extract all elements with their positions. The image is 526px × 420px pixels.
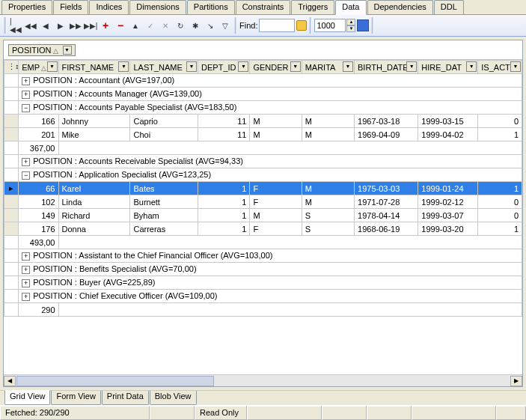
grid-body: +POSITION : Accountant (AVG=197,00) +POS… <box>4 74 522 317</box>
bottom-tab-form-view[interactable]: Form View <box>51 391 100 405</box>
status-empty-3 <box>322 406 367 420</box>
col-last-name-filter[interactable]: ▼ <box>186 61 197 72</box>
col-gender-filter[interactable]: ▼ <box>290 61 301 72</box>
cancel-button[interactable]: ✕ <box>159 19 172 32</box>
hscroll-thumb[interactable] <box>16 376 214 386</box>
tab-properties[interactable]: Properties <box>1 0 52 14</box>
group-row-open[interactable]: −POSITION : Accounts Payable Specialist … <box>4 101 522 115</box>
tab-partitions[interactable]: Partitions <box>187 0 235 14</box>
edit-row-button[interactable]: ▲ <box>129 19 142 32</box>
group-panel[interactable]: POSITION ▼ <box>4 40 522 60</box>
find-highlight-icon[interactable] <box>296 20 307 31</box>
col-emp-filter[interactable]: ▼ <box>47 61 58 72</box>
table-row[interactable]: 201MikeChoi11MM1969-04-091999-04-021 <box>4 128 522 141</box>
col-is-active[interactable]: IS_ACTI▼ <box>478 61 522 74</box>
hscroll-right-button[interactable]: ▶ <box>510 376 522 386</box>
filter-button[interactable]: ▽ <box>218 19 232 32</box>
group-row[interactable]: +POSITION : Buyer (AVG=225,89) <box>4 276 522 290</box>
group-row[interactable]: +POSITION : Assistant to the Chief Finan… <box>4 249 522 263</box>
nav-prev-button[interactable]: ◀ <box>39 19 52 32</box>
col-first-name[interactable]: FIRST_NAME▼ <box>58 61 130 74</box>
expand-icon[interactable]: + <box>22 77 30 85</box>
bookmark-button[interactable]: ✱ <box>189 19 202 32</box>
add-row-button[interactable]: + <box>99 19 112 32</box>
nav-last-button[interactable]: ▶▶| <box>84 19 97 32</box>
tab-ddl[interactable]: DDL <box>434 0 464 14</box>
page-size-down[interactable]: ▼ <box>346 25 355 32</box>
horizontal-scrollbar[interactable]: ◀ ▶ <box>4 374 522 386</box>
group-row[interactable]: +POSITION : Accountant (AVG=197,00) <box>4 74 522 88</box>
expand-icon[interactable]: + <box>22 252 30 261</box>
group-row[interactable]: +POSITION : Accounts Manager (AVG=139,00… <box>4 88 522 101</box>
col-first-name-filter[interactable]: ▼ <box>118 61 129 72</box>
expand-icon[interactable]: + <box>22 91 30 99</box>
expand-icon[interactable]: + <box>22 293 30 301</box>
bottom-tab-print-data[interactable]: Print Data <box>102 391 149 405</box>
col-hire-date-filter[interactable]: ▼ <box>466 61 477 72</box>
group-row[interactable]: +POSITION : Benefits Specialist (AVG=70,… <box>4 263 522 276</box>
apply-page-size-button[interactable] <box>357 19 369 31</box>
col-marital-filter[interactable]: ▼ <box>343 61 353 72</box>
expand-icon[interactable]: + <box>22 266 30 274</box>
row-header-corner[interactable]: ⋮≡ <box>4 61 19 74</box>
col-dept-id[interactable]: DEPT_ID▼ <box>198 61 250 74</box>
tab-dimensions[interactable]: Dimensions <box>129 0 186 14</box>
nav-prev-page-button[interactable]: ◀◀ <box>24 19 37 32</box>
status-empty-2 <box>247 406 322 420</box>
app-window: Properties Fields Indices Dimensions Par… <box>0 0 526 420</box>
col-birth-date[interactable]: BIRTH_DATE▼ <box>355 61 418 74</box>
tab-fields[interactable]: Fields <box>53 0 88 14</box>
col-emp[interactable]: EMP▼ <box>19 61 58 74</box>
bottom-tab-grid-view[interactable]: Grid View <box>4 390 50 405</box>
collapse-icon[interactable]: − <box>22 171 30 180</box>
goto-button[interactable]: ↘ <box>204 19 217 32</box>
status-empty-5 <box>412 406 496 420</box>
table-row[interactable]: 149RichardByham1MS1978-04-141999-03-070 <box>4 209 522 222</box>
expand-icon[interactable]: + <box>22 158 30 166</box>
refresh-button[interactable]: ↻ <box>174 19 187 32</box>
page-size-up[interactable]: ▲ <box>346 19 355 25</box>
col-last-name[interactable]: LAST_NAME▼ <box>130 61 198 74</box>
col-birth-date-filter[interactable]: ▼ <box>406 61 417 72</box>
status-readonly: Read Only <box>195 406 247 420</box>
data-grid: ⋮≡ EMP▼ FIRST_NAME▼ LAST_NAME▼ DEPT_ID▼ … <box>4 60 522 317</box>
col-dept-id-filter[interactable]: ▼ <box>238 61 248 72</box>
group-row[interactable]: +POSITION : Accounts Receivable Speciali… <box>4 155 522 168</box>
status-fetched: Fetched: 290/290 <box>0 406 150 420</box>
group-chip-dropdown[interactable]: ▼ <box>63 46 72 55</box>
col-is-active-filter[interactable]: ▼ <box>510 61 521 72</box>
table-row-selected[interactable]: ▸66KarelBates1FM1975-03-031999-01-241 <box>4 182 522 195</box>
table-row[interactable]: 166JohnnyCaprio11MM1967-03-181999-03-150 <box>4 115 522 128</box>
tab-triggers[interactable]: Triggers <box>291 0 334 14</box>
top-tabstrip: Properties Fields Indices Dimensions Par… <box>0 0 526 15</box>
table-row[interactable]: 102LindaBurnett1FM1971-07-281999-02-120 <box>4 195 522 209</box>
group-row-open[interactable]: −POSITION : Application Specialist (AVG=… <box>4 168 522 182</box>
accept-button[interactable]: ✓ <box>144 19 157 32</box>
col-hire-date[interactable]: HIRE_DAT▼ <box>418 61 478 74</box>
col-gender[interactable]: GENDER▼ <box>250 61 302 74</box>
column-header-row: ⋮≡ EMP▼ FIRST_NAME▼ LAST_NAME▼ DEPT_ID▼ … <box>4 61 522 74</box>
aggregate-row: 493,00 <box>4 236 522 249</box>
find-input[interactable] <box>259 19 295 32</box>
group-chip-position[interactable]: POSITION ▼ <box>8 44 76 56</box>
tab-data[interactable]: Data <box>335 0 366 15</box>
table-row[interactable]: 176DonnaCarreras1FS1968-06-191999-03-201 <box>4 222 522 236</box>
footer-aggregate-row: 290 <box>4 303 522 317</box>
bottom-tab-blob-view[interactable]: Blob View <box>150 391 197 405</box>
nav-next-button[interactable]: ▶ <box>54 19 67 32</box>
nav-next-page-button[interactable]: ▶▶ <box>69 19 82 32</box>
group-row[interactable]: +POSITION : Chief Executive Officer (AVG… <box>4 290 522 303</box>
page-size-input[interactable] <box>314 19 346 32</box>
remove-row-button[interactable]: − <box>114 19 127 32</box>
hscroll-left-button[interactable]: ◀ <box>4 376 16 386</box>
tab-dependencies[interactable]: Dependencies <box>367 0 433 14</box>
col-marital[interactable]: MARITA▼ <box>302 61 354 74</box>
grid-wrapper: POSITION ▼ ⋮≡ EMP▼ FIRST_NAME▼ LAST_NAME… <box>3 40 523 387</box>
collapse-icon[interactable]: − <box>22 104 30 112</box>
nav-first-button[interactable]: |◀◀ <box>9 19 22 32</box>
expand-icon[interactable]: + <box>22 279 30 287</box>
hscroll-track[interactable] <box>16 376 510 386</box>
grid-area[interactable]: ⋮≡ EMP▼ FIRST_NAME▼ LAST_NAME▼ DEPT_ID▼ … <box>4 60 522 374</box>
tab-indices[interactable]: Indices <box>89 0 129 14</box>
tab-constraints[interactable]: Constraints <box>236 0 291 14</box>
